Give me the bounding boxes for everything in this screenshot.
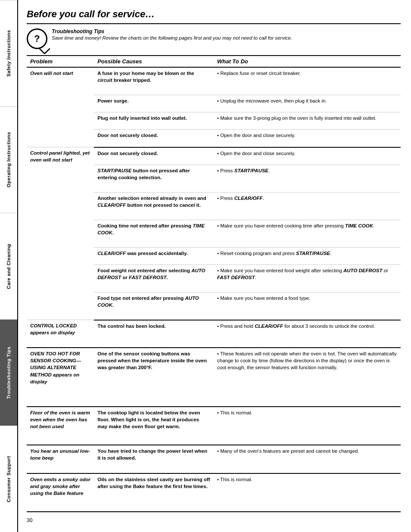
what-cell: Make sure you have entered a food type. [214,292,401,320]
cause-cell: You have tried to change the power level… [94,445,214,473]
cause-cell: Food type not entered after pressing AUT… [94,292,214,320]
cause-cell: A fuse in your home may be blown or the … [94,67,214,95]
side-tabs: Safety Instructions Operating Instructio… [0,0,18,532]
cause-cell: Door not securely closed. [94,147,214,165]
cause-cell: Plug not fully inserted into wall outlet… [94,112,214,130]
problem-cell: Oven emits a smoky odor and gray smoke a… [27,473,94,512]
problem-cell: You hear an unusual low-tone beep [27,445,94,473]
tips-description: Save time and money! Review the charts o… [52,34,292,41]
table-row: You hear an unusual low-tone beep You ha… [27,445,401,473]
header-causes: Possible Causes [94,56,214,67]
header-what: What To Do [214,56,401,67]
cause-cell: START/PAUSE button not pressed after ent… [94,165,214,192]
table-row: Control panel lighted, yet oven will not… [27,147,401,165]
sidebar-item-safety[interactable]: Safety Instructions [0,0,17,106]
what-cell: This is normal. [214,473,401,512]
sidebar-item-operating[interactable]: Operating Instructions [0,106,17,213]
cause-cell: The control has been locked. [94,320,214,348]
problem-cell: OVEN TOO HOT FOR SENSOR COOKING--- USING… [27,348,94,407]
page-number: 30 [27,517,401,523]
cause-cell: Power surge. [94,95,214,112]
tips-title: Troubleshooting Tips [52,28,292,34]
what-cell: Press START/PAUSE. [214,165,401,192]
what-cell: Reset cooking program and press START/PA… [214,247,401,264]
tips-header: ? Troubleshooting Tips Save time and mon… [27,28,401,49]
tips-icon: ? [27,28,47,49]
cause-cell: Another selection entered already in ove… [94,192,214,220]
table-row: Floor of the oven is warm even when the … [27,407,401,445]
cause-cell: Food weight not entered after selecting … [94,264,214,292]
cause-cell: One of the sensor cooking buttons was pr… [94,348,214,407]
cause-cell: The cooktop light is located below the o… [94,407,214,445]
cause-cell: Door not securely closed. [94,130,214,147]
what-cell: These features will not operate when the… [214,348,401,407]
tips-text-block: Troubleshooting Tips Save time and money… [52,28,292,41]
what-cell: Replace fuse or reset circuit breaker. [214,67,401,95]
cause-cell: CLEAR/OFF was pressed accidentally. [94,247,214,264]
what-cell: Many of the oven's features are preset a… [214,445,401,473]
table-row: Oven emits a smoky odor and gray smoke a… [27,473,401,512]
problem-cell: Control panel lighted, yet oven will not… [27,147,94,320]
problem-cell: CONTROL LOCKED appears on display [27,320,94,348]
what-cell: Open the door and close securely. [214,147,401,165]
cause-cell: Cooking time not entered after pressing … [94,220,214,247]
troubleshoot-table: Problem Possible Causes What To Do Oven … [27,55,401,512]
header-problem: Problem [27,56,94,67]
sidebar-item-consumer[interactable]: Consumer Support [0,426,17,532]
table-row: OVEN TOO HOT FOR SENSOR COOKING--- USING… [27,348,401,407]
what-cell: Press and hold CLEAR/OFF for about 3 sec… [214,320,401,348]
problem-cell: Oven will not start [27,67,94,147]
cause-cell: Oils on the stainless steel cavity are b… [94,473,214,512]
page-title: Before you call for service… [27,9,401,24]
what-cell: Make sure you have entered cooking time … [214,220,401,247]
what-cell: Make sure the 3-prong plug on the oven i… [214,112,401,130]
table-row: CONTROL LOCKED appears on display The co… [27,320,401,348]
sidebar-item-care[interactable]: Care and Cleaning [0,213,17,319]
what-cell: Press CLEAR/OFF. [214,192,401,220]
what-cell: Unplug the microwave oven, then plug it … [214,95,401,112]
main-content: Before you call for service… ? Troublesh… [18,0,411,532]
problem-cell: Floor of the oven is warm even when the … [27,407,94,445]
what-cell: This is normal. [214,407,401,445]
what-cell: Make sure you have entered food weight a… [214,264,401,292]
table-row: Oven will not start A fuse in your home … [27,67,401,95]
what-cell: Open the door and close securely. [214,130,401,147]
sidebar-item-troubleshooting[interactable]: Troubleshooting Tips [0,319,17,426]
